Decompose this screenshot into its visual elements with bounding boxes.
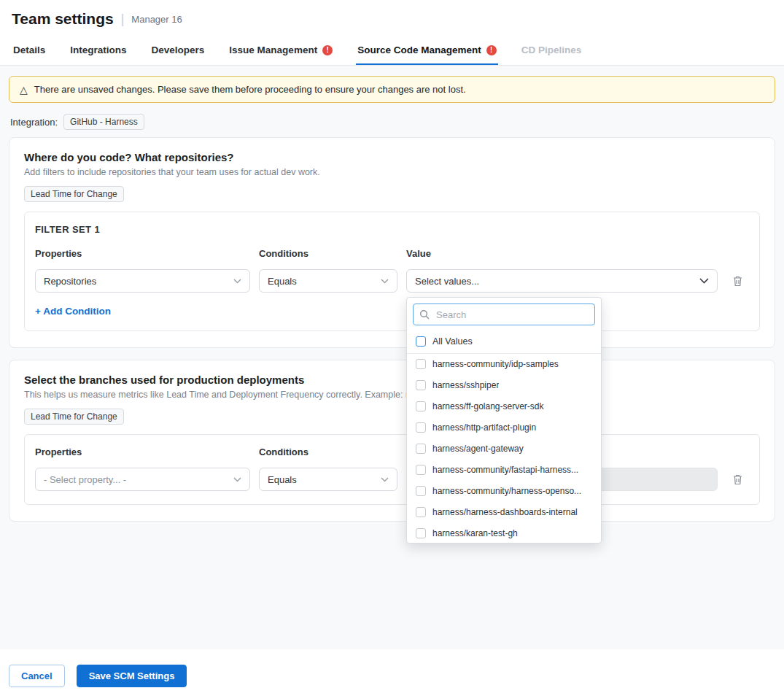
- value-dropdown-popup: All Values harness-community/idp-samples…: [406, 297, 602, 544]
- page-header: Team settings | Manager 16: [0, 0, 784, 35]
- property-select[interactable]: - Select property... -: [35, 468, 250, 491]
- checkbox[interactable]: [416, 528, 426, 538]
- dropdown-option[interactable]: harness/agent-gateway: [407, 438, 601, 460]
- content-area: △︎ There are unsaved changes. Please sav…: [0, 66, 784, 649]
- search-icon: [419, 309, 430, 320]
- branches-card: Select the branches used for production …: [9, 360, 775, 522]
- save-scm-settings-button[interactable]: Save SCM Settings: [77, 665, 187, 687]
- dropdown-search-box: [413, 303, 595, 325]
- tab-bar: Details Integrations Developers Issue Ma…: [0, 35, 784, 66]
- dropdown-option[interactable]: harness/http-artifact-plugin: [407, 417, 601, 438]
- trash-icon: [732, 473, 743, 485]
- condition-select-value: Equals: [268, 276, 297, 287]
- integration-row: Integration: GitHub - Harness: [10, 114, 774, 130]
- tab-developers[interactable]: Developers: [150, 35, 206, 65]
- tab-details[interactable]: Details: [12, 35, 47, 65]
- dropdown-option[interactable]: harness/harness-dashboards-internal: [407, 502, 601, 523]
- branches-card-title: Select the branches used for production …: [24, 374, 760, 386]
- integration-chip: GitHub - Harness: [63, 114, 144, 130]
- conditions-header: Conditions: [259, 446, 397, 457]
- tab-label: Details: [13, 45, 45, 55]
- banner-text: There are unsaved changes. Please save t…: [34, 84, 466, 95]
- option-label: harness-community/harness-openso...: [432, 486, 581, 496]
- condition-select-value: Equals: [268, 474, 297, 485]
- option-label: harness/agent-gateway: [432, 444, 524, 454]
- delete-filter-button[interactable]: [731, 472, 745, 487]
- title-separator: |: [121, 12, 125, 27]
- tab-label: Issue Management: [229, 45, 317, 55]
- dropdown-option[interactable]: harness-community/idp-samples: [407, 354, 601, 375]
- checkbox[interactable]: [416, 422, 426, 433]
- value-select-placeholder: Select values...: [415, 276, 479, 287]
- checkbox[interactable]: [416, 465, 426, 475]
- add-condition-link[interactable]: + Add Condition: [35, 306, 111, 317]
- checkbox[interactable]: [416, 401, 426, 411]
- conditions-header: Conditions: [259, 248, 397, 259]
- tab-label: Source Code Management: [357, 45, 481, 55]
- chevron-down-icon: [233, 477, 241, 482]
- branches-card-subtitle: This helps us measure metrics like Lead …: [24, 390, 760, 400]
- chevron-down-icon: [233, 279, 241, 284]
- dropdown-option[interactable]: harness-community/fastapi-harness...: [407, 460, 601, 481]
- option-label: harness/http-artifact-plugin: [432, 422, 536, 433]
- tab-label: CD Pipelines: [521, 45, 582, 55]
- checkbox[interactable]: [416, 486, 426, 496]
- lead-time-chip: Lead Time for Change: [24, 409, 124, 425]
- dropdown-option[interactable]: harness/karan-test-gh: [407, 523, 601, 544]
- checkbox[interactable]: [416, 359, 426, 369]
- value-header: Value: [406, 248, 718, 259]
- chevron-down-icon: [381, 279, 389, 284]
- properties-header: Properties: [35, 248, 250, 259]
- repositories-card-subtitle: Add filters to include repositories that…: [24, 167, 760, 177]
- option-label: harness/karan-test-gh: [432, 528, 518, 538]
- chevron-down-icon: [381, 477, 389, 482]
- dropdown-option[interactable]: harness/ff-golang-server-sdk: [407, 396, 601, 417]
- filter-set-1: FILTER SET 1 Properties Conditions Value…: [24, 212, 760, 331]
- repositories-card: Where do you code? What repositories? Ad…: [9, 137, 775, 348]
- option-label: harness-community/idp-samples: [432, 359, 559, 369]
- tab-label: Developers: [152, 45, 205, 55]
- integration-label: Integration:: [10, 117, 58, 128]
- branches-filter-set: Properties Conditions - Select property.…: [24, 434, 760, 505]
- warning-icon: [486, 45, 497, 55]
- filter-set-title: FILTER SET 1: [35, 224, 749, 235]
- filter-row: - Select property... - Equals: [35, 468, 749, 491]
- lead-time-chip: Lead Time for Change: [24, 186, 124, 202]
- delete-filter-button[interactable]: [731, 274, 745, 288]
- option-label: harness/harness-dashboards-internal: [432, 507, 578, 517]
- filter-column-headers: Properties Conditions Value: [35, 248, 749, 259]
- repositories-card-title: Where do you code? What repositories?: [24, 151, 760, 163]
- dropdown-option[interactable]: harness-community/harness-openso...: [407, 481, 601, 502]
- chevron-down-icon: [699, 278, 709, 284]
- checkbox[interactable]: [416, 444, 426, 454]
- filter-column-headers: Properties Conditions: [35, 446, 749, 457]
- filter-row: Repositories Equals Select values..: [35, 269, 749, 293]
- all-values-option[interactable]: All Values: [407, 331, 601, 354]
- warning-icon: [322, 45, 333, 55]
- all-values-label: All Values: [432, 336, 473, 347]
- option-label: harness/ff-golang-server-sdk: [432, 401, 544, 411]
- property-select-placeholder: - Select property... -: [44, 474, 126, 485]
- tab-label: Integrations: [70, 45, 126, 55]
- dropdown-option[interactable]: harness/sshpiper: [407, 375, 601, 396]
- condition-select[interactable]: Equals: [259, 269, 397, 293]
- warning-triangle-icon: △︎: [20, 85, 28, 95]
- property-select-value: Repositories: [44, 276, 96, 287]
- team-name: Manager 16: [131, 14, 182, 25]
- checkbox[interactable]: [416, 336, 426, 347]
- tab-integrations[interactable]: Integrations: [69, 35, 128, 65]
- search-input[interactable]: [435, 309, 589, 321]
- tab-source-code-management[interactable]: Source Code Management: [356, 35, 498, 65]
- unsaved-changes-banner: △︎ There are unsaved changes. Please sav…: [9, 76, 775, 103]
- tab-cd-pipelines: CD Pipelines: [520, 35, 583, 65]
- condition-select[interactable]: Equals: [259, 468, 397, 491]
- property-select[interactable]: Repositories: [35, 269, 250, 293]
- value-multiselect[interactable]: Select values...: [406, 269, 718, 293]
- properties-header: Properties: [35, 446, 250, 457]
- checkbox[interactable]: [416, 380, 426, 390]
- checkbox[interactable]: [416, 507, 426, 517]
- tab-issue-management[interactable]: Issue Management: [228, 35, 334, 65]
- page: Team settings | Manager 16 Details Integ…: [0, 0, 784, 696]
- cancel-button[interactable]: Cancel: [9, 665, 65, 687]
- footer-actions: Cancel Save SCM Settings: [9, 665, 187, 687]
